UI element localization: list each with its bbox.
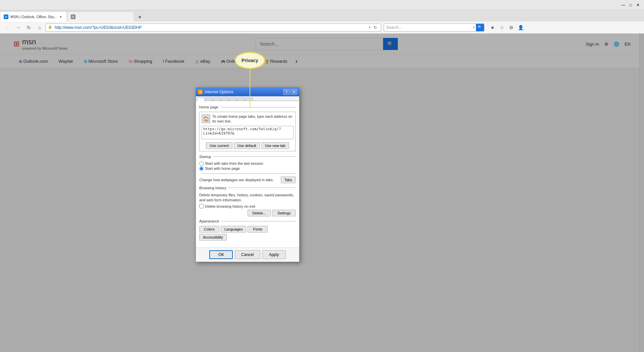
- search-bar[interactable]: Search... ▾ 🔍: [384, 23, 484, 32]
- title-bar: — □ ✕: [0, 0, 644, 10]
- inline-refresh-button[interactable]: ↻: [372, 24, 379, 31]
- tab-connections[interactable]: [229, 98, 237, 101]
- new-tab-button[interactable]: +: [136, 13, 144, 21]
- ok-button[interactable]: OK: [209, 250, 233, 259]
- use-default-button[interactable]: Use default: [234, 142, 260, 149]
- use-new-tab-button[interactable]: Use new tab: [261, 142, 289, 149]
- delete-history-label: Delete browsing history on exit: [205, 204, 255, 208]
- delete-history-checkbox-row: Delete browsing history on exit: [199, 204, 296, 208]
- tab-favicon: M: [4, 14, 8, 19]
- history-section-label: Browsing history: [199, 186, 296, 190]
- address-dropdown-arrow[interactable]: ▾: [368, 25, 372, 30]
- toolbar-icons: ★ ☆ ⚙ 👤: [488, 23, 525, 32]
- search-dropdown-arrow[interactable]: ▾: [472, 25, 476, 30]
- privacy-label: Privacy: [241, 58, 258, 63]
- privacy-annotation: Privacy: [235, 52, 265, 69]
- back-button[interactable]: ←: [3, 23, 12, 32]
- startup-option1-radio[interactable]: [199, 161, 204, 166]
- tab-advanced[interactable]: [246, 98, 253, 101]
- languages-button[interactable]: Languages: [221, 226, 246, 233]
- tab-general[interactable]: [197, 98, 205, 101]
- browser-tab-new-placeholder[interactable]: ⊞: [67, 11, 134, 21]
- tab-security[interactable]: [205, 98, 213, 101]
- nav-bar: ← → ↻ ⌂ 🔒 http://www.msn.com/?pc=UE03&oc…: [0, 21, 644, 34]
- tab-bar: M MSN | Outlook, Office, Sky... × ⊞ +: [0, 10, 644, 21]
- delete-button[interactable]: Delete...: [248, 210, 271, 216]
- tabs-section: Change how webpages are displayed in tab…: [199, 177, 296, 183]
- browser-chrome: — □ ✕ M MSN | Outlook, Office, Sky... × …: [0, 0, 644, 34]
- dialog-footer: OK Cancel Apply: [196, 247, 299, 262]
- history-section: Delete temporary files, history, cookies…: [199, 193, 296, 217]
- homepage-section-label: Home page: [199, 105, 296, 109]
- accessibility-button[interactable]: Accessibility: [199, 234, 227, 241]
- tab2-favicon: ⊞: [71, 14, 75, 19]
- search-placeholder: Search...: [386, 25, 472, 30]
- tab-content[interactable]: [221, 98, 229, 101]
- tab-close-button[interactable]: ×: [58, 14, 63, 19]
- content-area: ⊞ msn powered by Microsoft News 🔍 Sign i…: [0, 34, 644, 352]
- internet-options-dialog: ⚙ Internet Options ? ✕ Home pa: [196, 87, 300, 262]
- favorites-icon[interactable]: ★: [488, 23, 496, 32]
- homepage-url-input[interactable]: [202, 126, 293, 139]
- use-current-button[interactable]: Use current: [206, 142, 232, 149]
- appearance-section: Colors Languages Fonts Accessibility: [199, 226, 296, 241]
- tabs-description: Change how webpages are displayed in tab…: [199, 178, 278, 182]
- tab-privacy[interactable]: [213, 98, 221, 101]
- minimize-button[interactable]: —: [620, 2, 627, 8]
- dialog-title-icon: ⚙: [198, 90, 203, 94]
- startup-option1-row: Start with tabs from the last session: [199, 161, 296, 166]
- search-submit-button[interactable]: 🔍: [476, 24, 484, 31]
- appearance-section-label: Appearance: [199, 219, 296, 223]
- tools-icon[interactable]: ⚙: [507, 23, 515, 32]
- privacy-annotation-line: [250, 68, 250, 108]
- apply-button[interactable]: Apply: [262, 250, 286, 259]
- startup-option2-label: Start with home page: [205, 166, 240, 170]
- close-browser-button[interactable]: ✕: [635, 2, 641, 8]
- colors-button[interactable]: Colors: [199, 226, 219, 233]
- refresh-button[interactable]: ↻: [24, 23, 34, 32]
- dialog-content: Home page 🏠 To create home page tabs, ty…: [196, 101, 299, 247]
- delete-history-checkbox[interactable]: [199, 204, 204, 208]
- forward-button[interactable]: →: [13, 23, 23, 32]
- browser-tab-active[interactable]: M MSN | Outlook, Office, Sky... ×: [0, 11, 67, 21]
- homepage-buttons: Use current Use default Use new tab: [202, 142, 293, 149]
- homepage-description: To create home page tabs, type each addr…: [212, 114, 293, 124]
- tab-programs[interactable]: [237, 98, 245, 101]
- modal-overlay: [0, 34, 644, 352]
- fonts-button[interactable]: Fonts: [248, 226, 268, 233]
- startup-section: Start with tabs from the last session St…: [199, 161, 296, 171]
- dialog-tabs: [196, 96, 299, 101]
- msn-page: ⊞ msn powered by Microsoft News 🔍 Sign i…: [0, 34, 644, 352]
- startup-section-label: Startup: [199, 155, 296, 159]
- dialog-title-buttons: ? ✕: [283, 89, 297, 95]
- history-buttons: Delete... Settings: [199, 210, 296, 216]
- star-icon[interactable]: ☆: [498, 23, 506, 32]
- address-bar[interactable]: 🔒 http://www.msn.com/?pc=UE03&ocid=UE03D…: [46, 23, 381, 32]
- settings-button[interactable]: Settings: [272, 210, 296, 216]
- cancel-button[interactable]: Cancel: [235, 250, 260, 259]
- privacy-circle: Privacy: [235, 52, 265, 69]
- tabs-button[interactable]: Tabs: [281, 177, 296, 183]
- startup-option2-radio[interactable]: [199, 166, 204, 171]
- homepage-icon: 🏠: [202, 114, 210, 123]
- homepage-top: 🏠 To create home page tabs, type each ad…: [202, 114, 293, 124]
- dialog-help-button[interactable]: ?: [283, 89, 290, 95]
- dialog-title-bar: ⚙ Internet Options ? ✕: [196, 88, 299, 96]
- address-icon: 🔒: [48, 25, 53, 30]
- home-button[interactable]: ⌂: [35, 23, 44, 32]
- user-icon[interactable]: 👤: [517, 23, 525, 32]
- homepage-section: 🏠 To create home page tabs, type each ad…: [199, 112, 296, 151]
- history-description: Delete temporary files, history, cookies…: [199, 193, 296, 203]
- tab-title: MSN | Outlook, Office, Sky...: [10, 15, 58, 19]
- startup-option1-label: Start with tabs from the last session: [205, 161, 263, 165]
- startup-option2-row: Start with home page: [199, 166, 296, 171]
- dialog-title: Internet Options: [205, 90, 283, 94]
- appearance-buttons: Colors Languages Fonts Accessibility: [199, 226, 296, 241]
- tabs-section-label: [199, 173, 296, 174]
- dialog-close-button[interactable]: ✕: [290, 89, 297, 95]
- maximize-button[interactable]: □: [627, 2, 634, 8]
- address-text: http://www.msn.com/?pc=UE03&ocid=UE03DHP: [55, 25, 368, 30]
